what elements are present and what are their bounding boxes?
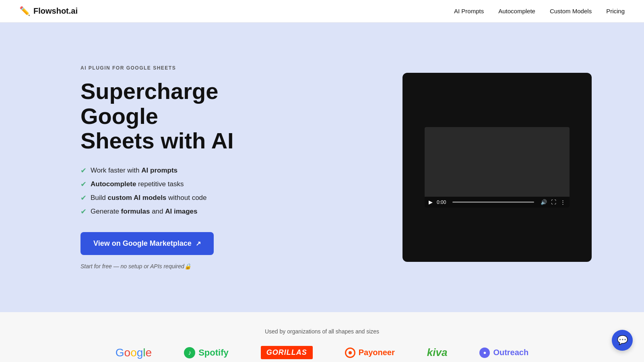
spotify-icon: ♪ [184, 347, 195, 358]
nav-link-custom-models[interactable]: Custom Models [550, 8, 592, 14]
video-controls: ▶ 0:00 🔊 ⛶ ⋮ [425, 197, 570, 208]
logo-icon: ✏️ [19, 6, 30, 16]
hero-eyebrow: AI PLUGIN FOR GOOGLE SHEETS [80, 65, 282, 71]
feature-custom-models: ✔ Build custom AI models without code [80, 193, 282, 202]
logo-google: Google [116, 346, 152, 359]
hero-content: AI PLUGIN FOR GOOGLE SHEETS Supercharge … [80, 65, 282, 269]
logo-kiva: kiva [427, 346, 448, 359]
logo-gorillas: GORILLAS [261, 346, 313, 359]
feature-ai-images: ✔ Generate formulas and AI images [80, 207, 282, 216]
hero-section: AI PLUGIN FOR GOOGLE SHEETS Supercharge … [0, 23, 644, 312]
nav-links: AI Prompts Autocomplete Custom Models Pr… [454, 8, 625, 14]
hero-video: ▶ 0:00 🔊 ⛶ ⋮ [402, 73, 596, 262]
chat-icon: 💬 [617, 335, 628, 346]
video-time: 0:00 [437, 200, 446, 205]
logos-section: Used by organizations of all shapes and … [0, 312, 644, 362]
video-volume-icon[interactable]: 🔊 [541, 199, 547, 205]
video-progress-bar[interactable] [452, 202, 534, 203]
nav-link-ai-prompts[interactable]: AI Prompts [454, 8, 484, 14]
hero-subtext: Start for free — no setup or APIs requir… [80, 263, 282, 269]
logo-payoneer: Payoneer [345, 348, 395, 358]
logo[interactable]: ✏️ Flowshot.ai [19, 6, 78, 16]
payoneer-icon [345, 348, 355, 358]
hero-title: Supercharge GoogleSheets with AI [80, 79, 282, 153]
navbar: ✏️ Flowshot.ai AI Prompts Autocomplete C… [0, 0, 644, 23]
video-container[interactable]: ▶ 0:00 🔊 ⛶ ⋮ [402, 73, 592, 262]
check-icon-2: ✔ [80, 180, 87, 189]
nav-link-pricing[interactable]: Pricing [606, 8, 625, 14]
check-icon-3: ✔ [80, 193, 87, 202]
video-more-icon[interactable]: ⋮ [560, 199, 566, 205]
logos-title: Used by organizations of all shapes and … [0, 328, 644, 335]
video-play-button[interactable]: ▶ [429, 199, 433, 205]
logos-row: Google ♪ Spotify GORILLAS Payoneer kiva … [0, 346, 644, 362]
external-link-icon: ↗ [196, 240, 201, 247]
nav-link-autocomplete[interactable]: Autocomplete [498, 8, 535, 14]
logo-text: Flowshot.ai [33, 6, 78, 16]
cta-button[interactable]: View on Google Marketplace ↗ [80, 232, 214, 255]
logo-outreach: ● Outreach [479, 348, 528, 358]
feature-autocomplete: ✔ Autocomplete repetitive tasks [80, 180, 282, 189]
chat-bubble-button[interactable]: 💬 [612, 330, 633, 351]
check-icon-1: ✔ [80, 166, 87, 175]
logo-spotify: ♪ Spotify [184, 347, 229, 358]
video-fullscreen-icon[interactable]: ⛶ [551, 199, 556, 205]
outreach-icon: ● [479, 348, 490, 358]
check-icon-4: ✔ [80, 207, 87, 216]
video-player[interactable]: ▶ 0:00 🔊 ⛶ ⋮ [425, 127, 570, 208]
hero-features: ✔ Work faster with AI prompts ✔ Autocomp… [80, 166, 282, 216]
cta-label: View on Google Marketplace [93, 239, 192, 248]
feature-ai-prompts: ✔ Work faster with AI prompts [80, 166, 282, 175]
